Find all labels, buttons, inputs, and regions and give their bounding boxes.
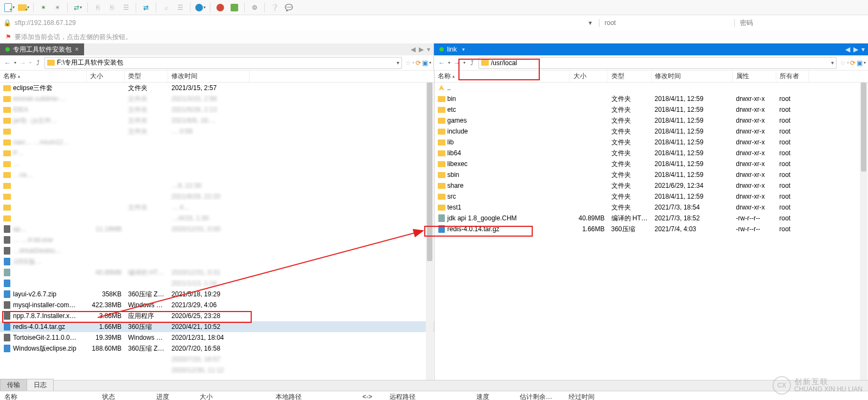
disconnect-button[interactable]: ✶ xyxy=(52,2,63,14)
props-button[interactable]: ☰ xyxy=(120,2,132,14)
tab-prev-icon[interactable]: ◀ xyxy=(845,46,850,53)
file-row[interactable]: redis-4.0.14.tar.gz1.66MB360压缩2020/4/21,… xyxy=(0,321,434,332)
left-path-input[interactable]: ▾ xyxy=(44,57,402,69)
bcol-eta[interactable]: 估计剩余… xyxy=(515,392,564,401)
favorite-button[interactable]: ☆ xyxy=(405,59,411,67)
bcol-progress[interactable]: 进度 xyxy=(152,392,195,401)
file-row[interactable]: …/4/15, 1:30 xyxy=(0,213,434,224)
file-row[interactable]: lib64文件夹2018/4/11, 12:59drwxr-xr-xroot xyxy=(435,148,869,158)
tab-prev-icon[interactable]: ◀ xyxy=(411,46,416,53)
left-path-field[interactable] xyxy=(57,59,394,67)
file-row[interactable]: mysql-installer-com…422.38MBWindows …202… xyxy=(0,300,434,310)
scrollbar[interactable] xyxy=(860,82,867,380)
up-button[interactable]: ⤴ xyxy=(467,58,477,68)
chat-button[interactable]: 💬 xyxy=(283,2,295,14)
close-icon[interactable]: × xyxy=(75,46,79,53)
file-row[interactable]: src文件夹2018/4/11, 12:59drwxr-xr-xroot xyxy=(435,191,869,202)
file-row[interactable]: navi… …mium12… xyxy=(0,137,434,148)
col-type[interactable]: 类型 xyxy=(608,71,652,82)
left-tab[interactable]: 专用工具软件安装包 × xyxy=(0,43,84,55)
file-row[interactable]: P… xyxy=(0,148,434,158)
favorite-button[interactable]: ☆ xyxy=(840,59,846,67)
address-url[interactable]: sftp://192.168.67.129 xyxy=(15,19,583,27)
back-button[interactable]: ← xyxy=(2,58,13,68)
left-list-body[interactable]: eclipse三件套文件夹2021/3/15, 2:57emmet-sublim… xyxy=(0,82,434,380)
file-row[interactable]: IDEA文件夹2021/5/28, 2:13 xyxy=(0,104,434,115)
col-type[interactable]: 类型 xyxy=(125,71,168,82)
file-row[interactable]: games文件夹2018/4/11, 12:59drwxr-xr-xroot xyxy=(435,115,869,126)
history-button[interactable]: ▣ xyxy=(857,59,863,67)
col-name[interactable]: 名称▴ xyxy=(435,71,570,82)
file-row[interactable]: 2021/6/29, 22:20 xyxy=(0,191,434,202)
forward-button[interactable]: → xyxy=(17,58,28,68)
bcol-size[interactable]: 大小 xyxy=(195,392,271,401)
file-row[interactable]: Windows版eclipse.zip188.60MB360压缩 ZI…2020… xyxy=(0,343,434,354)
tab-menu-icon[interactable]: ▾ xyxy=(427,46,430,53)
file-row[interactable]: 文件夹… 0:59 xyxy=(0,126,434,137)
file-row[interactable]: lib文件夹2018/4/11, 12:59drwxr-xr-xroot xyxy=(435,137,869,148)
bcol-remote[interactable]: 远程路径 xyxy=(385,392,472,401)
file-row[interactable]: share文件夹2021/6/29, 12:34drwxr-xr-xroot xyxy=(435,180,869,191)
paste-button[interactable]: ⎘ xyxy=(106,2,118,14)
file-row[interactable]: 文件夹… 4… xyxy=(0,202,434,213)
tab-log[interactable]: 日志 xyxy=(27,379,54,391)
password-input[interactable] xyxy=(740,17,865,28)
right-list-body[interactable]: ⮝..bin文件夹2018/4/11, 12:59drwxr-xr-xroote… xyxy=(435,82,869,380)
right-path-input[interactable]: ▾ xyxy=(478,57,837,69)
reload-button[interactable] xyxy=(228,2,240,14)
file-row[interactable]: 2020/12/30, 11:12 xyxy=(0,365,434,376)
file-row[interactable]: jdk api 1.8_google.CHM40.89MB编译的 HT…2021… xyxy=(435,213,869,224)
file-row[interactable]: 2020/7/20, 16:57 xyxy=(0,354,434,365)
back-button[interactable]: ← xyxy=(436,58,447,68)
help-button[interactable]: ❔ xyxy=(269,2,280,14)
bcol-status[interactable]: 状态 xyxy=(98,392,152,401)
bcol-local[interactable]: 本地路径 xyxy=(271,392,358,401)
new-folder-button[interactable]: ▾ xyxy=(17,2,29,14)
right-path-field[interactable] xyxy=(491,59,829,67)
file-row[interactable]: …9, 22:30 xyxy=(0,180,434,191)
col-perm[interactable]: 属性 xyxy=(733,71,776,82)
col-size[interactable]: 大小 xyxy=(570,71,608,82)
up-button[interactable]: ⤴ xyxy=(33,58,43,68)
file-row[interactable]: layui-v2.6.7.zip358KB360压缩 ZI…2021/5/18,… xyxy=(0,289,434,300)
sync-button[interactable]: ⇄ xyxy=(140,2,152,14)
bcol-arrow[interactable]: <-> xyxy=(358,393,385,400)
file-row[interactable]: etc文件夹2018/4/11, 12:59drwxr-xr-xroot xyxy=(435,104,869,115)
bcol-speed[interactable]: 速度 xyxy=(472,392,515,401)
right-tab[interactable]: link ▾ xyxy=(434,43,470,55)
stop-button[interactable] xyxy=(214,2,226,14)
settings-button[interactable]: ⚙ xyxy=(248,2,260,14)
file-row[interactable]: sbin文件夹2018/4/11, 12:59drwxr-xr-xroot xyxy=(435,169,869,180)
col-date[interactable]: 修改时间 xyxy=(168,71,250,82)
refresh-button[interactable]: ⟳ xyxy=(416,59,421,67)
file-row[interactable]: …itHubDeskto… xyxy=(0,245,434,256)
tab-menu-icon[interactable]: ▾ xyxy=(861,46,865,53)
refresh-button[interactable]: ⟳ xyxy=(850,59,856,67)
file-row[interactable]: …va… xyxy=(0,169,434,180)
col-size[interactable]: 大小 xyxy=(87,71,125,82)
file-row[interactable]: ⮝.. xyxy=(435,82,869,93)
copy-button[interactable]: ⎘ xyxy=(92,2,104,14)
file-row[interactable]: eclipse三件套文件夹2021/3/15, 2:57 xyxy=(0,82,434,93)
search-button[interactable]: ⌕ xyxy=(160,2,172,14)
transfer-button[interactable]: ⇄▾ xyxy=(72,2,84,14)
bcol-name[interactable]: 名称 xyxy=(0,392,98,401)
new-session-button[interactable]: ▾ xyxy=(3,2,15,14)
file-row[interactable]: jar包（js文件…文件夹2021/6/6, 16:… xyxy=(0,115,434,126)
forward-button[interactable]: → xyxy=(451,58,462,68)
col-date[interactable]: 修改时间 xyxy=(652,71,733,82)
bcol-elapsed[interactable]: 经过时间 xyxy=(564,392,613,401)
history-button[interactable]: ▣ xyxy=(422,59,428,67)
file-row[interactable]: ap…11.19MB2020/12/31, 0:00 xyxy=(0,224,434,234)
file-row[interactable]: include文件夹2018/4/11, 12:59drwxr-xr-xroot xyxy=(435,126,869,137)
address-dropdown[interactable]: ▾ xyxy=(586,19,594,27)
file-row[interactable]: redis-4.0.14.tar.gz1.66MB360压缩2021/7/4, … xyxy=(435,224,869,234)
bookmark-button[interactable]: ☰ xyxy=(174,2,186,14)
col-name[interactable]: 名称▴ xyxy=(0,71,87,82)
file-row[interactable]: bin文件夹2018/4/11, 12:59drwxr-xr-xroot xyxy=(435,93,869,104)
connect-button[interactable]: ✶ xyxy=(37,2,49,14)
chevron-down-icon[interactable]: ▾ xyxy=(462,47,465,52)
file-row[interactable]: … xyxy=(0,158,434,169)
username-input[interactable] xyxy=(605,17,730,28)
file-row[interactable]: npp.7.8.7.Installer.x…3.86MB应用程序2020/6/2… xyxy=(0,310,434,321)
